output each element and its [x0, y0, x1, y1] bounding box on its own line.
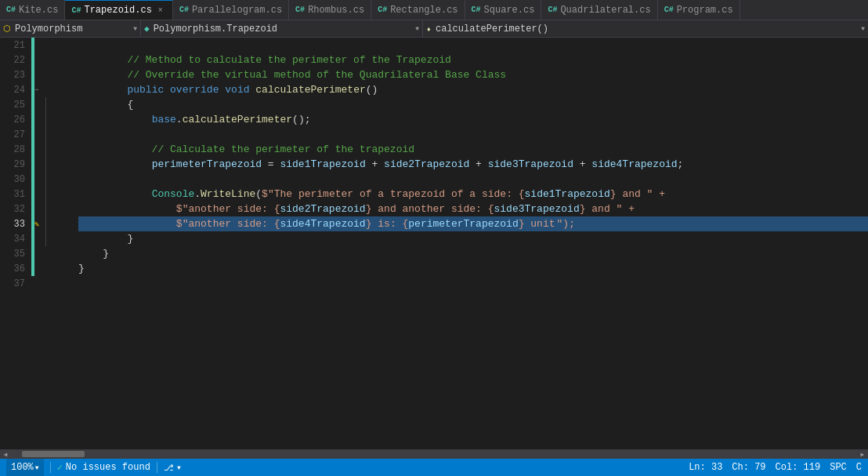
tab-square-icon: C#: [472, 5, 481, 14]
tab-trapezoid-label: Trapezoid.cs: [84, 5, 151, 16]
line-num-29: 29: [0, 159, 31, 170]
zoom-control[interactable]: 100% ▼: [6, 459, 44, 476]
code-34: }: [78, 231, 133, 246]
line-row-30: 30: [0, 172, 75, 187]
code-29-plus1: +: [366, 157, 384, 172]
line-num-23: 23: [0, 70, 31, 81]
code-32-v3: side3Trapezoid: [494, 202, 580, 216]
tab-rectangle-icon: C#: [378, 5, 387, 14]
code-29-indent: [78, 157, 152, 172]
code-32-indent: [78, 202, 176, 216]
line-num-27: 27: [0, 129, 31, 140]
code-content[interactable]: // Method to calculate the perimeter of …: [75, 38, 868, 449]
tab-bar: C# Kite.cs C# Trapezoid.cs × C# Parallel…: [0, 0, 868, 20]
line-gutter: 21 22 23 24 −: [0, 38, 75, 449]
line-row-24: 24 −: [0, 82, 75, 97]
nav-method-dropdown[interactable]: ⬧ calculatePerimeter() ▼: [423, 20, 868, 37]
code-33-indent: [78, 216, 176, 231]
code-26-method: calculatePerimeter: [183, 112, 292, 127]
issues-indicator[interactable]: ✓ No issues found: [57, 462, 150, 474]
status-line: Ln: 33: [689, 462, 722, 473]
tab-quadrilateral[interactable]: C# Quadrilateral.cs: [541, 0, 657, 20]
scroll-right-button[interactable]: ▶: [857, 449, 868, 459]
nav-class-dropdown[interactable]: ◆ Polymorphism.Trapezoid ▼: [141, 20, 423, 37]
horizontal-scrollbar[interactable]: ◀ ▶: [0, 449, 868, 459]
nav-project-dropdown[interactable]: ⬡ Polymorphism ▼: [0, 20, 141, 37]
tab-kite[interactable]: C# Kite.cs: [0, 0, 65, 20]
tab-trapezoid[interactable]: C# Trapezoid.cs ×: [65, 0, 172, 20]
code-29-s1: side1Trapezoid: [280, 157, 365, 172]
tab-rhombus[interactable]: C# Rhombus.cs: [289, 0, 371, 20]
status-spc: SPC: [830, 462, 847, 473]
tab-program[interactable]: C# Program.cs: [658, 0, 740, 20]
code-26-indent: [78, 112, 152, 127]
code-24-indent: [78, 82, 127, 97]
green-bar-34: [31, 231, 34, 246]
comment-22: // Method to calculate the perimeter of …: [78, 53, 451, 67]
code-25: {: [78, 97, 133, 112]
green-bar-22: [31, 53, 34, 67]
scroll-left-button[interactable]: ◀: [0, 449, 11, 459]
code-line-25: {: [78, 97, 868, 112]
status-divider-1: [50, 462, 51, 473]
tab-trapezoid-icon: C#: [71, 6, 81, 15]
line-num-35: 35: [0, 249, 31, 260]
code-line-27: [78, 127, 868, 142]
tab-rectangle-label: Rectangle.cs: [390, 5, 458, 16]
issues-text: No issues found: [66, 462, 150, 473]
green-bar-29: [31, 157, 34, 172]
tab-program-icon: C#: [664, 5, 674, 14]
line-row-29: 29: [0, 157, 75, 172]
tab-parallelogram[interactable]: C# Parallelogram.cs: [173, 0, 289, 20]
scrollbar-track[interactable]: [22, 451, 846, 457]
tab-quadrilateral-icon: C#: [548, 5, 557, 14]
code-33-end: ");: [557, 216, 575, 231]
code-line-36: }: [78, 261, 868, 276]
green-bar-36: [31, 261, 34, 276]
line-row-36: 36: [0, 261, 75, 276]
green-bar-25: [31, 97, 34, 112]
line-num-34: 34: [0, 234, 31, 245]
code-32-v2: side2Trapezoid: [280, 202, 365, 216]
line-row-21: 21: [0, 38, 75, 53]
git-icon: ⎇: [164, 463, 174, 473]
code-line-26: base.calculatePerimeter();: [78, 112, 868, 127]
code-29-s3: side3Trapezoid: [488, 157, 573, 172]
code-29-var: perimeterTrapezoid: [152, 157, 262, 172]
code-29-plus3: +: [573, 157, 591, 172]
code-line-24: public override void calculatePerimeter(…: [78, 82, 868, 97]
line-row-37: 37: [0, 276, 75, 291]
code-line-35: }: [78, 246, 868, 261]
line-row-28: 28: [0, 142, 75, 157]
code-29-s4: side4Trapezoid: [591, 157, 677, 172]
scrollbar-thumb[interactable]: [22, 451, 85, 457]
status-col: Ch: 79: [732, 462, 765, 473]
code-33-str1: $"another side: {: [176, 216, 280, 231]
zoom-label: 100%: [11, 462, 34, 473]
green-bar-26: [31, 112, 34, 127]
tab-square[interactable]: C# Square.cs: [465, 0, 542, 20]
tab-program-label: Program.cs: [677, 5, 733, 16]
code-31-writeline: WriteLine: [201, 187, 255, 202]
check-icon: ✓: [57, 462, 63, 474]
tab-trapezoid-close[interactable]: ×: [155, 5, 166, 16]
code-line-31: Console.WriteLine($"The perimeter of a t…: [78, 187, 868, 202]
code-36: }: [78, 261, 85, 276]
code-29-plus2: +: [469, 157, 487, 172]
code-29-semi: ;: [678, 157, 684, 172]
tab-rhombus-icon: C#: [295, 5, 305, 14]
nav-class-arrow: ▼: [415, 25, 419, 32]
green-bar-30: [31, 172, 34, 187]
collapse-icon-24[interactable]: −: [34, 86, 38, 94]
line-row-26: 26: [0, 112, 75, 127]
code-24-override: override: [170, 82, 219, 97]
code-line-28: // Calculate the perimeter of the trapez…: [78, 142, 868, 157]
tab-kite-icon: C#: [6, 5, 16, 14]
code-line-32: $"another side: {side2Trapezoid} and ano…: [78, 202, 868, 216]
tab-rectangle[interactable]: C# Rectangle.cs: [371, 0, 465, 20]
status-crlf: C: [856, 462, 862, 473]
git-arrow-icon: ▼: [177, 464, 181, 471]
status-colnum: Col: 119: [776, 462, 821, 473]
line-num-31: 31: [0, 189, 31, 200]
green-bar-31: [31, 187, 34, 202]
